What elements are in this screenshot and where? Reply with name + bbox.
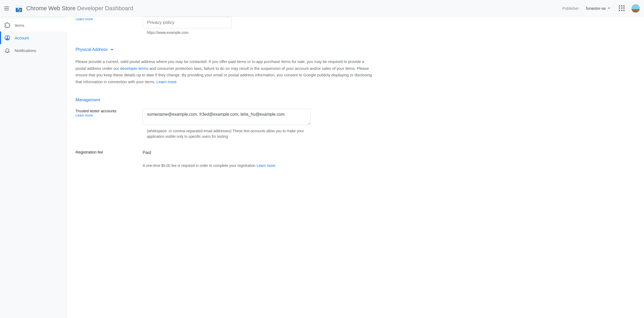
management-header: Management <box>76 98 373 102</box>
physical-address-title: Physical Address <box>76 47 108 52</box>
sidebar-item-items[interactable]: Items <box>0 19 67 31</box>
svg-point-4 <box>7 36 8 38</box>
extension-icon <box>4 22 10 28</box>
apps-grid-icon[interactable] <box>619 5 625 12</box>
management-title: Management <box>76 98 100 102</box>
header-title: Chrome Web Store Developer Dashboard <box>26 5 133 12</box>
registration-fee-label: Registration fee <box>76 150 136 154</box>
menu-icon[interactable] <box>4 5 10 12</box>
privacy-helper: https://www.example.com <box>143 30 373 35</box>
svg-point-2 <box>18 9 20 11</box>
svg-rect-0 <box>16 5 22 7</box>
registration-fee-value: Paid <box>143 150 373 155</box>
trusted-testers-row: Trusted tester accounts Learn more (whit… <box>76 109 373 139</box>
publisher-label: Publisher: <box>562 6 580 10</box>
title-bold: Chrome Web Store <box>26 5 76 12</box>
sidebar-item-notifications[interactable]: Notifications <box>0 44 67 57</box>
title-light: Developer Dashboard <box>76 5 133 12</box>
privacy-policy-row: Learn more https://www.example.com <box>76 17 373 35</box>
trusted-testers-input[interactable] <box>143 109 310 125</box>
physical-address-header[interactable]: Physical Address <box>76 47 373 52</box>
bell-icon <box>4 47 10 54</box>
main-content: Learn more https://www.example.com Physi… <box>67 17 382 318</box>
sidebar-item-label: Items <box>15 23 24 28</box>
registration-learn-more-link[interactable]: Learn more <box>256 163 275 168</box>
registration-fee-row: Registration fee Paid A one-time $5.00 f… <box>76 150 373 168</box>
developer-terms-link[interactable]: developer terms <box>120 66 148 71</box>
registration-helper-text: A one-time $5.00 fee is required in orde… <box>143 163 256 168</box>
header: Chrome Web Store Developer Dashboard Pub… <box>0 0 644 17</box>
account-icon <box>4 35 10 41</box>
physical-address-text: Please provide a current, valid postal a… <box>76 58 373 85</box>
trusted-testers-learn-more-link[interactable]: Learn more <box>76 113 93 117</box>
chrome-web-store-logo <box>15 4 23 13</box>
sidebar-item-account[interactable]: Account <box>0 31 67 44</box>
publisher-dropdown[interactable]: funastor-se <box>586 6 610 10</box>
avatar[interactable] <box>631 4 640 13</box>
privacy-policy-input[interactable] <box>143 17 232 28</box>
trusted-testers-helper: (whitespace- or comma-separated email ad… <box>143 128 310 139</box>
chevron-down-icon <box>111 49 113 50</box>
sidebar-item-label: Account <box>15 36 29 40</box>
trusted-testers-label: Trusted tester accounts <box>76 109 136 113</box>
address-learn-more-link[interactable]: Learn more <box>156 80 176 84</box>
sidebar-item-label: Notifications <box>15 48 36 53</box>
sidebar: Items Account Notifications <box>0 17 67 318</box>
chevron-down-icon <box>608 8 610 9</box>
publisher-value: funastor-se <box>586 6 606 10</box>
privacy-learn-more-link[interactable]: Learn more <box>76 17 93 21</box>
